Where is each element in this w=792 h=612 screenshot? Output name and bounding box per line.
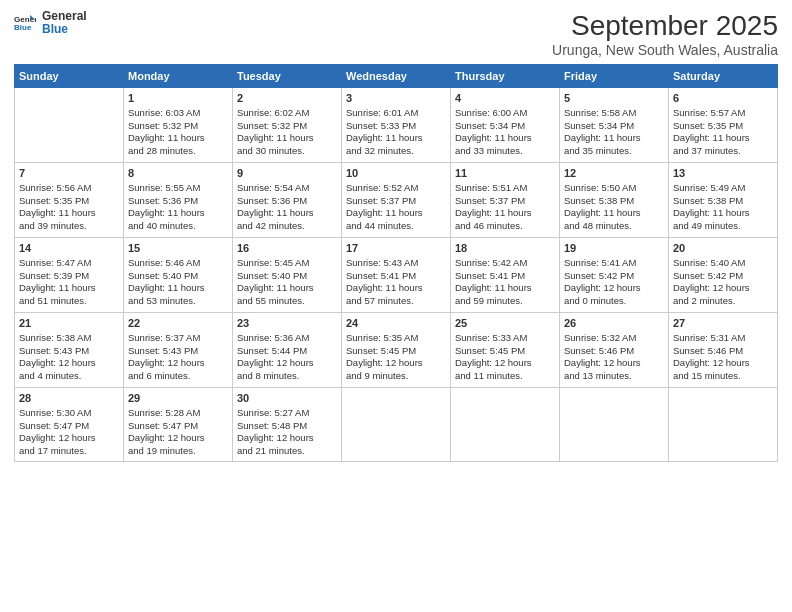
col-header-wednesday: Wednesday <box>342 65 451 88</box>
day-info: Sunrise: 5:36 AM Sunset: 5:44 PM Dayligh… <box>237 332 337 383</box>
day-number: 24 <box>346 316 446 331</box>
calendar-cell: 9Sunrise: 5:54 AM Sunset: 5:36 PM Daylig… <box>233 163 342 238</box>
day-number: 14 <box>19 241 119 256</box>
day-number: 18 <box>455 241 555 256</box>
day-info: Sunrise: 6:00 AM Sunset: 5:34 PM Dayligh… <box>455 107 555 158</box>
calendar-cell: 3Sunrise: 6:01 AM Sunset: 5:33 PM Daylig… <box>342 88 451 163</box>
calendar-cell: 26Sunrise: 5:32 AM Sunset: 5:46 PM Dayli… <box>560 313 669 388</box>
day-info: Sunrise: 5:41 AM Sunset: 5:42 PM Dayligh… <box>564 257 664 308</box>
day-number: 30 <box>237 391 337 406</box>
calendar-week-0: 1Sunrise: 6:03 AM Sunset: 5:32 PM Daylig… <box>15 88 778 163</box>
day-number: 7 <box>19 166 119 181</box>
day-info: Sunrise: 6:02 AM Sunset: 5:32 PM Dayligh… <box>237 107 337 158</box>
logo: General Blue General Blue <box>14 10 87 36</box>
day-number: 5 <box>564 91 664 106</box>
col-header-thursday: Thursday <box>451 65 560 88</box>
day-number: 10 <box>346 166 446 181</box>
day-number: 25 <box>455 316 555 331</box>
day-info: Sunrise: 5:57 AM Sunset: 5:35 PM Dayligh… <box>673 107 773 158</box>
day-number: 1 <box>128 91 228 106</box>
calendar-cell: 13Sunrise: 5:49 AM Sunset: 5:38 PM Dayli… <box>669 163 778 238</box>
day-info: Sunrise: 5:55 AM Sunset: 5:36 PM Dayligh… <box>128 182 228 233</box>
calendar-cell <box>342 388 451 462</box>
calendar-cell: 5Sunrise: 5:58 AM Sunset: 5:34 PM Daylig… <box>560 88 669 163</box>
day-number: 13 <box>673 166 773 181</box>
day-number: 26 <box>564 316 664 331</box>
calendar-week-3: 21Sunrise: 5:38 AM Sunset: 5:43 PM Dayli… <box>15 313 778 388</box>
calendar-cell: 6Sunrise: 5:57 AM Sunset: 5:35 PM Daylig… <box>669 88 778 163</box>
calendar-cell: 30Sunrise: 5:27 AM Sunset: 5:48 PM Dayli… <box>233 388 342 462</box>
page-container: General Blue General Blue September 2025… <box>0 0 792 468</box>
calendar-cell: 11Sunrise: 5:51 AM Sunset: 5:37 PM Dayli… <box>451 163 560 238</box>
calendar-cell: 2Sunrise: 6:02 AM Sunset: 5:32 PM Daylig… <box>233 88 342 163</box>
day-info: Sunrise: 5:37 AM Sunset: 5:43 PM Dayligh… <box>128 332 228 383</box>
day-number: 9 <box>237 166 337 181</box>
day-info: Sunrise: 5:31 AM Sunset: 5:46 PM Dayligh… <box>673 332 773 383</box>
calendar-cell <box>560 388 669 462</box>
col-header-friday: Friday <box>560 65 669 88</box>
day-number: 11 <box>455 166 555 181</box>
day-info: Sunrise: 6:01 AM Sunset: 5:33 PM Dayligh… <box>346 107 446 158</box>
day-info: Sunrise: 5:43 AM Sunset: 5:41 PM Dayligh… <box>346 257 446 308</box>
day-number: 2 <box>237 91 337 106</box>
day-number: 20 <box>673 241 773 256</box>
day-info: Sunrise: 5:38 AM Sunset: 5:43 PM Dayligh… <box>19 332 119 383</box>
calendar-cell: 29Sunrise: 5:28 AM Sunset: 5:47 PM Dayli… <box>124 388 233 462</box>
calendar-cell: 24Sunrise: 5:35 AM Sunset: 5:45 PM Dayli… <box>342 313 451 388</box>
day-number: 3 <box>346 91 446 106</box>
day-info: Sunrise: 5:45 AM Sunset: 5:40 PM Dayligh… <box>237 257 337 308</box>
day-info: Sunrise: 5:28 AM Sunset: 5:47 PM Dayligh… <box>128 407 228 458</box>
day-number: 8 <box>128 166 228 181</box>
calendar-cell: 28Sunrise: 5:30 AM Sunset: 5:47 PM Dayli… <box>15 388 124 462</box>
day-number: 6 <box>673 91 773 106</box>
title-block: September 2025 Urunga, New South Wales, … <box>552 10 778 58</box>
calendar-cell: 22Sunrise: 5:37 AM Sunset: 5:43 PM Dayli… <box>124 313 233 388</box>
logo-blue: Blue <box>42 23 87 36</box>
day-number: 12 <box>564 166 664 181</box>
calendar-cell <box>669 388 778 462</box>
day-info: Sunrise: 5:33 AM Sunset: 5:45 PM Dayligh… <box>455 332 555 383</box>
day-info: Sunrise: 5:32 AM Sunset: 5:46 PM Dayligh… <box>564 332 664 383</box>
header: General Blue General Blue September 2025… <box>14 10 778 58</box>
day-info: Sunrise: 5:27 AM Sunset: 5:48 PM Dayligh… <box>237 407 337 458</box>
day-number: 29 <box>128 391 228 406</box>
col-header-sunday: Sunday <box>15 65 124 88</box>
day-info: Sunrise: 5:42 AM Sunset: 5:41 PM Dayligh… <box>455 257 555 308</box>
day-number: 22 <box>128 316 228 331</box>
day-info: Sunrise: 5:56 AM Sunset: 5:35 PM Dayligh… <box>19 182 119 233</box>
calendar-table: SundayMondayTuesdayWednesdayThursdayFrid… <box>14 64 778 462</box>
calendar-week-4: 28Sunrise: 5:30 AM Sunset: 5:47 PM Dayli… <box>15 388 778 462</box>
calendar-cell: 4Sunrise: 6:00 AM Sunset: 5:34 PM Daylig… <box>451 88 560 163</box>
calendar-cell: 21Sunrise: 5:38 AM Sunset: 5:43 PM Dayli… <box>15 313 124 388</box>
calendar-cell: 19Sunrise: 5:41 AM Sunset: 5:42 PM Dayli… <box>560 238 669 313</box>
day-number: 23 <box>237 316 337 331</box>
svg-text:Blue: Blue <box>14 23 32 32</box>
calendar-cell: 14Sunrise: 5:47 AM Sunset: 5:39 PM Dayli… <box>15 238 124 313</box>
location-subtitle: Urunga, New South Wales, Australia <box>552 42 778 58</box>
day-number: 21 <box>19 316 119 331</box>
day-info: Sunrise: 5:35 AM Sunset: 5:45 PM Dayligh… <box>346 332 446 383</box>
calendar-cell: 18Sunrise: 5:42 AM Sunset: 5:41 PM Dayli… <box>451 238 560 313</box>
day-info: Sunrise: 5:52 AM Sunset: 5:37 PM Dayligh… <box>346 182 446 233</box>
col-header-saturday: Saturday <box>669 65 778 88</box>
day-number: 17 <box>346 241 446 256</box>
day-number: 28 <box>19 391 119 406</box>
calendar-cell: 17Sunrise: 5:43 AM Sunset: 5:41 PM Dayli… <box>342 238 451 313</box>
calendar-cell: 20Sunrise: 5:40 AM Sunset: 5:42 PM Dayli… <box>669 238 778 313</box>
calendar-cell: 12Sunrise: 5:50 AM Sunset: 5:38 PM Dayli… <box>560 163 669 238</box>
calendar-cell <box>15 88 124 163</box>
day-number: 27 <box>673 316 773 331</box>
calendar-cell: 23Sunrise: 5:36 AM Sunset: 5:44 PM Dayli… <box>233 313 342 388</box>
day-info: Sunrise: 5:49 AM Sunset: 5:38 PM Dayligh… <box>673 182 773 233</box>
day-number: 16 <box>237 241 337 256</box>
calendar-cell: 15Sunrise: 5:46 AM Sunset: 5:40 PM Dayli… <box>124 238 233 313</box>
calendar-cell: 7Sunrise: 5:56 AM Sunset: 5:35 PM Daylig… <box>15 163 124 238</box>
day-number: 4 <box>455 91 555 106</box>
col-header-tuesday: Tuesday <box>233 65 342 88</box>
day-number: 15 <box>128 241 228 256</box>
calendar-week-1: 7Sunrise: 5:56 AM Sunset: 5:35 PM Daylig… <box>15 163 778 238</box>
day-info: Sunrise: 5:47 AM Sunset: 5:39 PM Dayligh… <box>19 257 119 308</box>
day-info: Sunrise: 5:54 AM Sunset: 5:36 PM Dayligh… <box>237 182 337 233</box>
day-info: Sunrise: 5:51 AM Sunset: 5:37 PM Dayligh… <box>455 182 555 233</box>
calendar-week-2: 14Sunrise: 5:47 AM Sunset: 5:39 PM Dayli… <box>15 238 778 313</box>
